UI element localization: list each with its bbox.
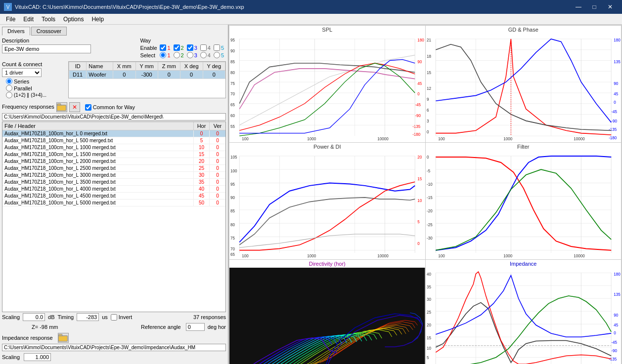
count-connect-label: Count & connect — [2, 61, 66, 67]
svg-text:5: 5 — [427, 356, 429, 360]
enable-4[interactable]: 4 — [200, 44, 211, 51]
th-ydeg: Y deg — [203, 62, 225, 71]
common-for-way-label[interactable]: Common for Way — [85, 104, 135, 111]
driver-row[interactable]: D11 Woofer 0 -300 0 0 0 — [69, 71, 225, 79]
enable-2[interactable]: 2 — [174, 44, 184, 51]
file-row[interactable]: Audax_HM170Z18_100cm_hor_L 500 merged.tx… — [2, 137, 225, 144]
svg-text:10: 10 — [417, 198, 422, 202]
chart-spl: SPL 95 90 85 80 75 70 65 60 55 — [229, 26, 425, 142]
svg-text:1000: 1000 — [503, 136, 512, 141]
parallel-radio[interactable]: Parallel — [6, 85, 66, 91]
select-1[interactable]: 1 — [160, 52, 170, 58]
driver-id: D11 — [69, 71, 87, 79]
tab-crossover[interactable]: Crossover — [31, 27, 67, 36]
menu-file[interactable]: File — [2, 15, 19, 24]
file-ver: 0 — [210, 151, 225, 158]
svg-text:80: 80 — [230, 70, 235, 75]
file-row[interactable]: Audax_HM170Z18_100cm_hor_L 0 merged.txt … — [2, 130, 225, 137]
svg-text:-15: -15 — [427, 195, 433, 200]
file-list-body[interactable]: Audax_HM170Z18_100cm_hor_L 0 merged.txt … — [2, 130, 225, 312]
file-hor: 0 — [194, 130, 210, 137]
menu-edit[interactable]: Edit — [19, 15, 38, 24]
timing-input[interactable] — [77, 313, 99, 321]
svg-text:70: 70 — [230, 91, 235, 96]
close-button[interactable]: ✕ — [602, 0, 618, 14]
file-row[interactable]: Audax_HM170Z18_100cm_hor_L 1500 merged.t… — [2, 151, 225, 158]
freq-delete-btn[interactable]: ✕ — [69, 102, 80, 112]
imp-scaling-input[interactable] — [24, 353, 51, 361]
select-3[interactable]: 3 — [187, 52, 197, 58]
svg-text:0: 0 — [417, 241, 420, 246]
freq-header: Frequency responses ✕ Common for Way — [2, 102, 226, 112]
svg-text:6: 6 — [427, 108, 429, 113]
th-zmm: Z mm — [158, 62, 180, 71]
chart-directivity-title: Directivity (hor) — [229, 260, 425, 268]
left-panel: Drivers Crossover Description Way Enable… — [0, 25, 228, 364]
scaling-input[interactable] — [23, 313, 45, 321]
minimize-button[interactable]: — — [571, 0, 586, 14]
file-hor: 15 — [194, 151, 210, 158]
chart-power-area: 105 100 95 90 85 80 75 70 65 20 15 10 5 … — [229, 151, 425, 258]
svg-text:20: 20 — [427, 323, 431, 327]
svg-text:1000: 1000 — [307, 136, 316, 141]
fl-header-file: File / Header — [2, 122, 194, 130]
select-4[interactable]: 4 — [200, 52, 211, 58]
series-radio[interactable]: Series — [6, 78, 66, 84]
enable-5[interactable]: 5 — [214, 44, 224, 51]
svg-text:-5: -5 — [427, 168, 431, 173]
fl-header-hor: Hor — [194, 122, 210, 130]
file-list: File / Header Hor Ver Audax_HM170Z18_100… — [2, 121, 226, 312]
maximize-button[interactable]: □ — [586, 0, 602, 14]
combo-radio[interactable]: (1+2) ‖ (3+4)... — [6, 92, 66, 98]
svg-text:0: 0 — [427, 129, 429, 134]
enable-3[interactable]: 3 — [187, 44, 197, 51]
way-label: Way — [140, 38, 226, 43]
driver-count-select[interactable]: 1 driver 2 drivers 3 drivers — [2, 68, 42, 77]
file-row[interactable]: Audax_HM170Z18_100cm_hor_L 5000 merged.t… — [2, 200, 225, 206]
file-name: Audax_HM170Z18_100cm_hor_L 4500 merged.t… — [2, 193, 194, 199]
select-5[interactable]: 5 — [214, 52, 224, 58]
svg-text:20: 20 — [417, 155, 422, 160]
common-for-way-checkbox[interactable] — [85, 104, 91, 111]
svg-text:135: 135 — [614, 59, 621, 64]
impedance-folder-btn[interactable] — [58, 333, 69, 343]
tab-drivers[interactable]: Drivers — [2, 27, 30, 36]
chart-filter-area: 0 -5 -10 -15 -20 -25 -30 100 1000 10000 — [426, 151, 622, 258]
svg-text:12: 12 — [427, 86, 431, 91]
menu-tools[interactable]: Tools — [38, 15, 59, 24]
file-row[interactable]: Audax_HM170Z18_100cm_hor_L 2000 merged.t… — [2, 158, 225, 165]
file-name: Audax_HM170Z18_100cm_hor_L 2500 merged.t… — [2, 165, 194, 171]
freq-path: C:\Users\Kimmo\Documents\VituixCAD\Proje… — [2, 113, 226, 121]
file-row[interactable]: Audax_HM170Z18_100cm_hor_L 1000 merged.t… — [2, 144, 225, 151]
file-row[interactable]: Audax_HM170Z18_100cm_hor_L 2500 merged.t… — [2, 165, 225, 172]
enable-1[interactable]: 1 — [160, 44, 170, 51]
select-2[interactable]: 2 — [174, 52, 184, 58]
svg-text:65: 65 — [230, 251, 235, 256]
way-select-row: Select 1 2 3 4 5 — [140, 52, 226, 58]
svg-text:90: 90 — [614, 81, 618, 85]
file-hor: 35 — [194, 179, 210, 185]
svg-text:80: 80 — [230, 222, 235, 227]
ref-angle-input[interactable] — [186, 323, 205, 331]
menu-options[interactable]: Options — [59, 15, 88, 24]
chart-power-di: Power & DI 105 100 95 90 85 80 75 70 65 … — [229, 143, 425, 259]
description-input[interactable] — [2, 44, 91, 53]
file-row[interactable]: Audax_HM170Z18_100cm_hor_L 3000 merged.t… — [2, 172, 225, 179]
svg-text:30: 30 — [427, 297, 431, 302]
menu-bar: File Edit Tools Options Help — [0, 14, 622, 25]
freq-folder-btn[interactable] — [56, 102, 67, 112]
file-row[interactable]: Audax_HM170Z18_100cm_hor_L 3500 merged.t… — [2, 179, 225, 186]
invert-label[interactable]: Invert — [111, 314, 133, 321]
window-controls: — □ ✕ — [571, 0, 618, 14]
svg-rect-133 — [229, 268, 425, 364]
file-row[interactable]: Audax_HM170Z18_100cm_hor_L 4500 merged.t… — [2, 193, 225, 200]
timing-label: Timing — [58, 314, 74, 320]
invert-checkbox[interactable] — [111, 314, 117, 321]
scaling-unit: dB — [48, 314, 54, 320]
svg-text:10000: 10000 — [377, 253, 389, 258]
responses-count: 37 responses — [193, 314, 226, 320]
menu-help[interactable]: Help — [88, 15, 108, 24]
svg-text:-45: -45 — [415, 102, 421, 107]
file-hor: 50 — [194, 200, 210, 206]
file-row[interactable]: Audax_HM170Z18_100cm_hor_L 4000 merged.t… — [2, 186, 225, 193]
